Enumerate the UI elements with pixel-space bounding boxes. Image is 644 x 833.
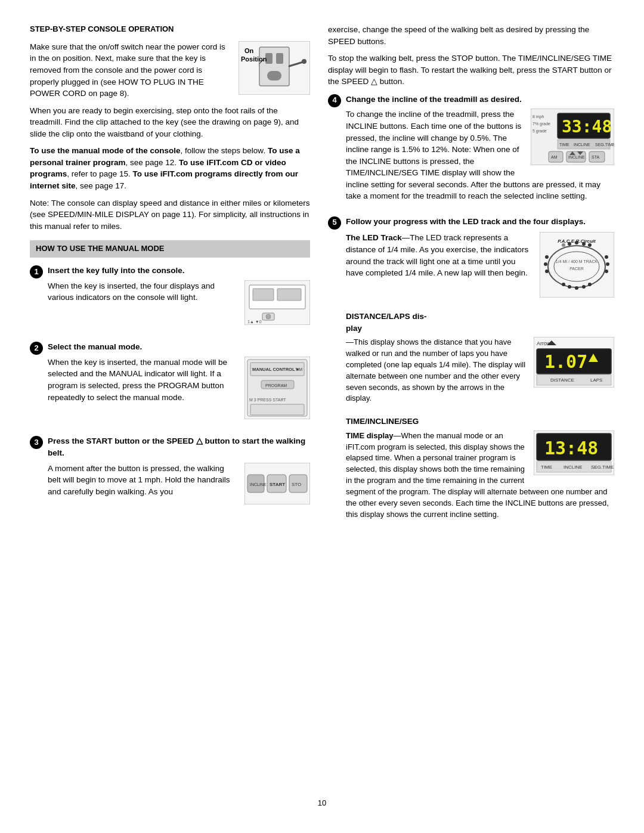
manual-mode-header: HOW TO USE THE MANUAL MODE [30,240,310,258]
intro-p3-rest3: , refer to page 15. [67,169,132,178]
intro-section: On Position Make sure that the on/off sw… [30,41,310,145]
svg-text:INCLINE: INCLINE [574,143,590,147]
step-4: 4 Change the incline of the treadmill as… [328,94,614,208]
step-2-content: Select the manual mode. MANUAL CONTROL ● [48,341,310,427]
time-display-label: TIME display [346,431,393,440]
step-3-title: Press the START button or the SPEED △ bu… [48,435,310,459]
svg-point-60 [605,270,608,273]
step-1-body: 1▲ ▼0 When the key is inserted, the four… [48,280,310,333]
svg-point-61 [588,283,592,286]
led-track-section: P.A.C.E.R.Circuit [346,232,614,306]
step-4-body: 8 mph 7% grade 5 grade 33:48 TIME INCLIN… [346,109,614,208]
step-2: 2 Select the manual mode. MANUAL CONTROL [30,341,310,427]
distance-section: Arrow 1.07 DISTANCE LAPS [346,337,614,410]
svg-text:INCLINE: INCLINE [250,482,267,487]
time-title-bold: TIME/INCLINE/SEG [346,417,419,426]
svg-point-55 [575,241,578,244]
svg-rect-13 [277,289,301,301]
svg-point-68 [545,255,549,259]
step-4-title: Change the incline of the treadmill as d… [346,94,614,106]
start-buttons-image: INCLINE START STO [244,463,310,508]
svg-text:13:48: 13:48 [544,438,598,459]
step-1-number: 1 [30,265,43,278]
right-column: exercise, change the speed of the walkin… [328,24,614,786]
distance-title-bold: DISTANCE/LAPS dis- [346,312,427,321]
svg-point-54 [568,242,571,246]
step-1-content: Insert the key fully into the console. [48,265,310,333]
step-1-title: Insert the key fully into the console. [48,265,310,277]
step-2-body: MANUAL CONTROL ● TIM PROGRAM M 3 PRESS S… [48,357,310,428]
time-section: 13:48 TIME INCLINE SEG.TIME TIME display… [346,431,614,526]
svg-text:1.07: 1.07 [544,351,587,372]
svg-text:DISTANCE: DISTANCE [550,377,574,383]
svg-text:TIME: TIME [541,465,552,470]
page-number: 10 [30,798,614,809]
svg-text:PACER: PACER [569,267,584,271]
svg-point-67 [544,262,547,266]
distance-subtitle: DISTANCE/LAPS dis- play [346,311,614,334]
step-3-number: 3 [30,436,43,449]
step-4-content: Change the incline of the treadmill as d… [346,94,614,208]
svg-text:STA: STA [592,155,599,159]
svg-text:M 3 PRESS START: M 3 PRESS START [249,398,286,402]
svg-text:INCLINE: INCLINE [564,465,583,470]
left-column: STEP-BY-STEP CONSOLE OPERATION [30,24,310,786]
svg-rect-4 [267,71,281,80]
intro-p3-rest4: , see page 17. [76,181,127,190]
note-para: Note: The console can display speed and … [30,197,310,233]
svg-text:START: START [270,482,285,487]
svg-point-56 [582,242,586,246]
svg-point-57 [588,243,592,247]
svg-point-58 [605,255,608,259]
manual-mode-image: MANUAL CONTROL ● TIM PROGRAM M 3 PRESS S… [244,357,310,423]
right-p1: exercise, change the speed of the walkin… [328,24,614,47]
key-console-image: 1▲ ▼0 [244,280,310,329]
on-position-image: On Position [239,41,310,98]
svg-point-59 [606,262,609,266]
step-5: 5 Follow your progress with the LED trac… [328,216,614,526]
svg-text:TIME: TIME [559,143,569,147]
svg-point-64 [568,285,571,289]
step-3-content: Press the START button or the SPEED △ bu… [48,435,310,512]
svg-text:SEG.TIME: SEG.TIME [591,465,614,470]
svg-point-15 [266,314,271,319]
intro-p3-rest2: , see page 12. [126,158,179,167]
intro-p3-rest1: , follow the steps below. [181,146,268,155]
step-5-title: Follow your progress with the LED track … [346,216,614,228]
svg-point-65 [562,283,565,286]
svg-text:STO: STO [292,482,301,487]
incline-display-image: 8 mph 7% grade 5 grade 33:48 TIME INCLIN… [531,109,614,169]
svg-point-62 [582,285,586,289]
led-track-image: P.A.C.E.R.Circuit [540,232,614,301]
svg-text:SEG.TIME: SEG.TIME [595,143,614,147]
svg-point-66 [545,270,549,273]
intro-p2: When you are ready to begin exercising, … [30,105,310,140]
step-3: 3 Press the START button or the SPEED △ … [30,435,310,512]
svg-text:MANUAL CONTROL ●: MANUAL CONTROL ● [252,367,299,372]
svg-text:1▲  ▼0: 1▲ ▼0 [247,320,262,324]
svg-rect-3 [276,53,283,64]
section-title: STEP-BY-STEP CONSOLE OPERATION [30,24,310,35]
step-5-number: 5 [328,216,341,230]
time-display-image: 13:48 TIME INCLINE SEG.TIME [534,431,614,479]
svg-text:AM: AM [551,155,558,159]
svg-rect-25 [250,404,304,415]
distance-title2: play [346,324,362,333]
svg-text:1/4 MI / 400 M TRACK: 1/4 MI / 400 M TRACK [556,259,598,264]
svg-text:5 grade: 5 grade [532,129,547,134]
distance-display-image: Arrow 1.07 DISTANCE LAPS [534,337,614,391]
page: STEP-BY-STEP CONSOLE OPERATION [0,0,644,833]
step-5-content: Follow your progress with the LED track … [346,216,614,526]
svg-text:Position: Position [241,55,267,63]
intro-p3: To use the manual mode of the console, f… [30,145,310,191]
step-4-number: 4 [328,94,341,107]
svg-text:PROGRAM: PROGRAM [265,383,287,388]
svg-rect-12 [253,289,274,301]
right-p2: To stop the walking belt, press the STOP… [328,52,614,88]
step-3-body: INCLINE START STO A moment [48,463,310,513]
step-2-number: 2 [30,342,43,355]
step-2-title: Select the manual mode. [48,341,310,353]
time-subtitle: TIME/INCLINE/SEG [346,416,614,428]
svg-text:TIM: TIM [295,367,302,371]
svg-text:7% grade: 7% grade [532,122,550,126]
